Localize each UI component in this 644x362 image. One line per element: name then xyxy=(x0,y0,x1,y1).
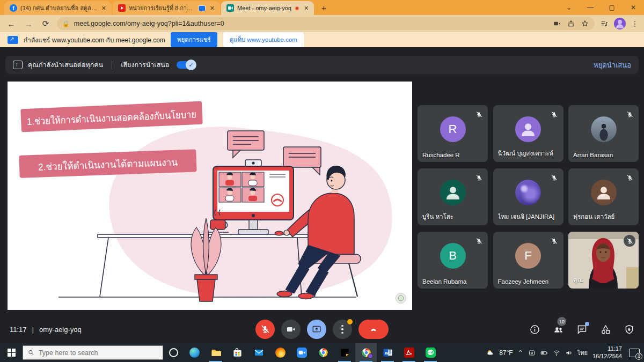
activities-button[interactable] xyxy=(599,323,612,336)
participant-name: Beelan Rubama xyxy=(422,278,483,285)
lock-icon: 🔒 xyxy=(62,20,70,27)
participant-tile-arran[interactable]: Arran Barasan xyxy=(568,105,639,162)
participant-tile-beelan[interactable]: B Beelan Rubama xyxy=(418,232,488,289)
taskbar-app-acrobat[interactable] xyxy=(398,343,420,362)
screen-share-icon xyxy=(8,36,18,44)
toggle-check-icon: ✓ xyxy=(186,60,196,70)
close-button[interactable]: ✕ xyxy=(623,0,644,15)
mic-muted-icon xyxy=(473,235,485,247)
tab-youtube[interactable]: หน่วยการเรียนรู้ที่ 8 การเขียนโคร ✕ xyxy=(113,1,220,15)
avatar-photo xyxy=(591,116,617,142)
windows-logo-icon xyxy=(8,349,16,357)
media-controls-icon[interactable] xyxy=(600,19,609,28)
new-tab-button[interactable]: + xyxy=(317,1,330,14)
avatar-silhouette xyxy=(440,180,466,205)
minimize-button[interactable]: — xyxy=(580,0,601,15)
chat-button[interactable] xyxy=(575,323,588,336)
taskbar-app-zoom[interactable] xyxy=(291,343,312,362)
more-options-button[interactable] xyxy=(333,320,352,339)
camera-button[interactable] xyxy=(281,320,301,339)
participant-tile-faozeey[interactable]: F Faozeey Jehmeen xyxy=(493,232,564,289)
participant-tile-burin[interactable]: บูริน หาโสะ xyxy=(418,168,488,225)
participant-name: ฟุรกอน เตาวัลย์ xyxy=(573,212,634,221)
present-button[interactable] xyxy=(307,320,326,339)
mic-mute-button[interactable] xyxy=(255,320,275,339)
taskbar-app-sticky-notes[interactable] xyxy=(334,343,355,362)
notification-count-badge: 2 xyxy=(635,353,642,360)
share-icon[interactable] xyxy=(567,19,575,28)
forward-button[interactable]: → xyxy=(23,19,34,28)
taskbar-search[interactable] xyxy=(23,345,163,360)
bookmark-star-icon[interactable] xyxy=(581,19,589,28)
participant-tile-niwat[interactable]: นิวัฒน์ บุญสงเคราะห์ xyxy=(493,105,564,162)
meet-now-icon[interactable] xyxy=(528,349,536,357)
stop-sharing-button[interactable]: หยุดการแชร์ xyxy=(171,32,217,47)
address-bar[interactable]: 🔒 meet.google.com/omy-aeig-yoq?pli=1&aut… xyxy=(57,17,595,30)
taskbar-app-line[interactable] xyxy=(420,343,441,362)
tab-search-chevron-icon[interactable]: ⌄ xyxy=(558,0,580,15)
temperature-text[interactable]: 87°F xyxy=(499,349,513,357)
tab-facebook[interactable]: f (14) กศน.ตำบลย่านซื่อ สตูล | Faceb ✕ xyxy=(4,1,112,15)
browser-toolbar: ← → ⟳ 🔒 meet.google.com/omy-aeig-yoq?pli… xyxy=(0,15,644,32)
tab-title: Meet - omy-aeig-yoq xyxy=(237,5,291,11)
tray-expand-chevron-icon[interactable]: ⌃ xyxy=(518,349,523,357)
taskbar-app-mail[interactable] xyxy=(248,343,269,362)
browser-menu-icon[interactable]: ⋮ xyxy=(631,19,639,28)
taskbar-app-file-explorer[interactable] xyxy=(205,343,226,362)
reload-button[interactable]: ⟳ xyxy=(40,19,52,28)
cortana-icon xyxy=(169,348,178,357)
chat-notification-dot-icon xyxy=(585,322,589,326)
meet-control-bar: 11:17 | omy-aeig-yoq xyxy=(0,315,644,343)
avatar-letter: R xyxy=(440,116,466,142)
meeting-details-button[interactable] xyxy=(528,323,541,336)
battery-icon[interactable] xyxy=(540,349,548,357)
taskbar-app-store[interactable] xyxy=(226,343,248,362)
clock-text: 11:17 xyxy=(10,326,27,334)
tab-close-icon[interactable]: ✕ xyxy=(303,5,310,12)
participant-tile-janjira[interactable]: ไหม เจนจิ [JANJIRA] xyxy=(493,168,564,225)
action-center-button[interactable]: 2 xyxy=(629,349,640,357)
leave-call-button[interactable] xyxy=(358,320,389,339)
volume-icon[interactable] xyxy=(565,349,573,357)
language-indicator[interactable]: ไทย xyxy=(577,348,588,358)
taskbar-app-chrome[interactable] xyxy=(312,343,334,362)
maximize-button[interactable]: ▢ xyxy=(601,0,623,15)
hangup-icon xyxy=(369,324,378,334)
participant-grid: R Ruschadee R นิวัฒน์ บุญสงเคราะห์ Arran… xyxy=(418,105,639,289)
acrobat-icon xyxy=(404,348,414,358)
avatar-letter: F xyxy=(515,243,541,269)
profile-avatar[interactable] xyxy=(614,18,626,29)
file-explorer-icon xyxy=(211,348,221,358)
tab-close-icon[interactable]: ✕ xyxy=(100,5,107,12)
weather-icon[interactable] xyxy=(487,349,494,357)
participant-tile-furkon[interactable]: ฟุรกอน เตาวัลย์ xyxy=(568,168,639,225)
word-icon: W xyxy=(383,348,393,358)
taskbar-app-firefox[interactable] xyxy=(269,343,291,362)
tab-close-icon[interactable]: ✕ xyxy=(209,5,216,12)
start-button[interactable] xyxy=(0,343,23,362)
view-shared-tab-button[interactable]: ดูแท็บ www.youtube.com xyxy=(223,32,304,48)
edge-icon xyxy=(189,348,200,358)
taskbar-app-word[interactable]: W xyxy=(377,343,398,362)
sticky-notes-icon xyxy=(340,348,350,358)
search-icon xyxy=(28,349,34,356)
tab-meet[interactable]: Meet - omy-aeig-yoq ✕ xyxy=(221,1,314,15)
stop-presenting-button[interactable]: หยุดนำเสนอ xyxy=(594,60,631,71)
taskbar-clock[interactable]: 11:17 16/12/2564 xyxy=(592,345,622,360)
participant-tile-ruschadee[interactable]: R Ruschadee R xyxy=(418,105,488,162)
taskbar-app-chrome-meeting[interactable] xyxy=(355,343,377,362)
participant-name: Arran Barasan xyxy=(573,152,634,158)
media-camera-icon[interactable] xyxy=(553,19,561,28)
participant-tile-self[interactable]: คุณ xyxy=(568,232,639,289)
participants-button[interactable]: 10 xyxy=(552,323,565,336)
host-controls-button[interactable] xyxy=(623,323,635,336)
search-input[interactable] xyxy=(39,349,158,357)
taskbar-app-edge[interactable] xyxy=(184,343,205,362)
meeting-panels: 10 xyxy=(528,323,635,336)
call-controls xyxy=(255,320,389,339)
back-button[interactable]: ← xyxy=(5,19,17,28)
presentation-audio-toggle[interactable]: ✓ xyxy=(177,61,195,69)
wifi-icon[interactable] xyxy=(553,349,560,357)
zoom-icon xyxy=(297,348,307,358)
cortana-button[interactable] xyxy=(163,348,184,357)
